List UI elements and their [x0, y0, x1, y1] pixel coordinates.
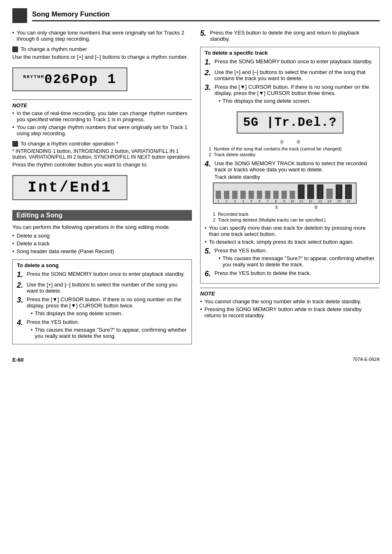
track-bullet-1: You can specify more than one track for … [205, 225, 375, 237]
right-column: 5. Press the YES button to delete the so… [200, 30, 380, 349]
track-14: 14' [325, 189, 334, 203]
editing-bullet-2: Delete a track [12, 240, 192, 247]
footer-code: 707A-E-062A [353, 357, 380, 363]
controller-lcd-text: Int/End1 [28, 179, 112, 196]
step-num-3: 3. [17, 296, 24, 305]
track-step-6-content: Press the YES button to delete the track… [214, 270, 375, 276]
track-step-2-num: 2. [205, 69, 212, 77]
rhythm-section-title: To change a rhythm number [21, 46, 87, 52]
track-15-bar [336, 185, 342, 199]
track-step-6-num: 6. [205, 270, 212, 278]
step-4-content: Press the YES button. This causes the me… [27, 319, 187, 339]
lcd-ann-circle-1: ① [280, 139, 284, 145]
track-step-1-content: Press the SONG MEMORY button once to ent… [214, 58, 375, 65]
track-13: 13 [316, 185, 325, 203]
controller-lcd-display: Int/End1 [12, 175, 127, 200]
header-icon [12, 8, 27, 23]
right-note-1: You cannot change the song number while … [200, 298, 380, 305]
step-3-content: Press the [▼] CURSOR button. If there is… [27, 296, 187, 316]
note-title-right: NOTE [200, 291, 380, 297]
delete-track-box: To delete a specific track 1. Press the … [200, 47, 380, 284]
track-1-bar [216, 191, 221, 199]
track-2: 2 [223, 191, 231, 203]
page: Song Memory Function You can only change… [0, 0, 392, 554]
track-graphic-ann-circles: ① ② [213, 205, 375, 210]
track-step-5-sub: This causes the message "Sure?" to appea… [219, 255, 375, 268]
track-step-3: 3. Press the [▼] CURSOR button. If there… [205, 84, 375, 104]
track-step-3-sub: This displays the song delete screen. [219, 98, 375, 104]
track-7: 7 [264, 191, 272, 203]
rhythm-section-icon [12, 46, 18, 52]
delete-song-title: To delete a song [17, 262, 187, 268]
track-3: 3 [231, 191, 239, 203]
track-step-5-sub-item: This causes the message "Sure?" to appea… [219, 255, 375, 268]
header-title-block: Song Memory Function [32, 10, 380, 21]
track-step-3-sub-item: This displays the song delete screen. [219, 98, 375, 104]
track-step-5-num: 5. [205, 247, 212, 256]
delete-song-step-3: 3. Press the [▼] CURSOR button. If there… [17, 296, 187, 316]
editing-desc: You can perform the following operations… [12, 224, 192, 230]
rhythm-section-desc: Use the number buttons or [+] and [–] bu… [12, 54, 192, 60]
step-1-content: Press the SONG MEMORY button once to ent… [27, 271, 187, 277]
track-12: 12 [306, 185, 315, 203]
editing-bullet-3: Song header data rewrite (Panel Record) [12, 248, 192, 254]
track-lcd-display: 5G |Tr.Del.? [237, 111, 344, 134]
rhythm-lcd-text: 026 [44, 72, 71, 87]
editing-title: Editing a Song [16, 212, 62, 219]
track-11: 11 [297, 185, 306, 203]
track-step-5-content: Press the YES button. This causes the me… [214, 247, 375, 268]
lcd-annotations: 1 Number of the song that contains the t… [205, 146, 375, 157]
delete-song-step-4: 4. Press the YES button. This causes the… [17, 319, 187, 339]
track-11-bar [298, 185, 304, 199]
delete-song-box: To delete a song 1. Press the SONG MEMOR… [12, 259, 192, 344]
right-step-5-content: Press the YES button to delete the song … [210, 30, 380, 42]
note-text-1: In the case of real-time recording, you … [17, 110, 192, 122]
track-step-2-content: Use the [+] and [–] buttons to select th… [214, 69, 375, 81]
track-step-1: 1. Press the SONG MEMORY button once to … [205, 58, 375, 67]
track-8: 8 [272, 191, 280, 203]
lcd-ann-circle-2: ② [296, 139, 300, 145]
rhythm-lcd-display: RHYTHM026Pop 1 [12, 67, 127, 91]
track-4: 4 [239, 191, 247, 203]
track-16: 16 [344, 185, 353, 203]
step-num-4: 4. [17, 319, 24, 327]
track-16-bar [345, 185, 352, 199]
step-2-content: Use the [+] and [–] buttons to select th… [27, 282, 187, 294]
track-10: 10 [288, 191, 296, 203]
track-lcd-text: 5G |Tr.Del.? [243, 115, 337, 129]
track-1: 1 [214, 191, 222, 203]
note-box-rhythm: NOTE In the case of real-time recording,… [12, 99, 192, 136]
step-num-1: 1. [17, 271, 24, 279]
track-ann-2: 2 Track being deleted (Multiple tracks c… [213, 217, 375, 222]
track-step-3-content: Press the [▼] CURSOR button. If there is… [214, 84, 375, 104]
intro-bullet-text: You can only change tone numbers that we… [17, 30, 192, 42]
editing-header: Editing a Song [12, 210, 192, 221]
header-bar: Song Memory Function [12, 8, 380, 23]
track-bullet-2: To deselect a track, simply press its tr… [205, 239, 375, 245]
note-item-2: You can only change rhythm numbers that … [12, 124, 192, 136]
track-step-4-num: 4. [205, 160, 212, 169]
rhythm-prefix: RHYTHM [23, 74, 44, 79]
delete-song-step-2: 2. Use the [+] and [–] buttons to select… [17, 282, 187, 294]
left-column: You can only change tone numbers that we… [12, 30, 192, 349]
page-title: Song Memory Function [32, 10, 380, 18]
lcd-ann-1: 1 Number of the song that contains the t… [209, 146, 375, 151]
controller-section-title: To change a rhythm controller operation … [21, 141, 118, 147]
rhythm-section-label: To change a rhythm number [12, 46, 192, 52]
main-content: You can only change tone numbers that we… [12, 30, 380, 349]
step-4-sub: This causes the message "Sure?" to appea… [31, 327, 187, 339]
editing-bullet-1: Delete a song [12, 233, 192, 239]
track-step-6: 6. Press the YES button to delete the tr… [205, 270, 375, 278]
note-item-1: In the case of real-time recording, you … [12, 110, 192, 122]
track-step-4-content: Use the SONG MEMORY TRACK buttons to sel… [214, 160, 375, 180]
controller-section-label: To change a rhythm controller operation … [12, 141, 192, 147]
track-graphic-anns: 1 Recorded track 2 Track being deleted (… [213, 212, 375, 222]
track-6: 6 [256, 191, 263, 203]
track-graphic: 1 2 3 4 [213, 182, 357, 204]
right-step-5: 5. Press the YES button to delete the so… [200, 30, 380, 42]
track-step-3-num: 3. [205, 84, 212, 92]
right-note-2: Pressing the SONG MEMORY button while in… [200, 306, 380, 319]
track-delete-standby-label: Track delete standby [214, 174, 375, 180]
track-lcd-container: 5G |Tr.Del.? ① ② 1 Number of the song th… [205, 107, 375, 157]
track-9: 9 [280, 191, 288, 203]
